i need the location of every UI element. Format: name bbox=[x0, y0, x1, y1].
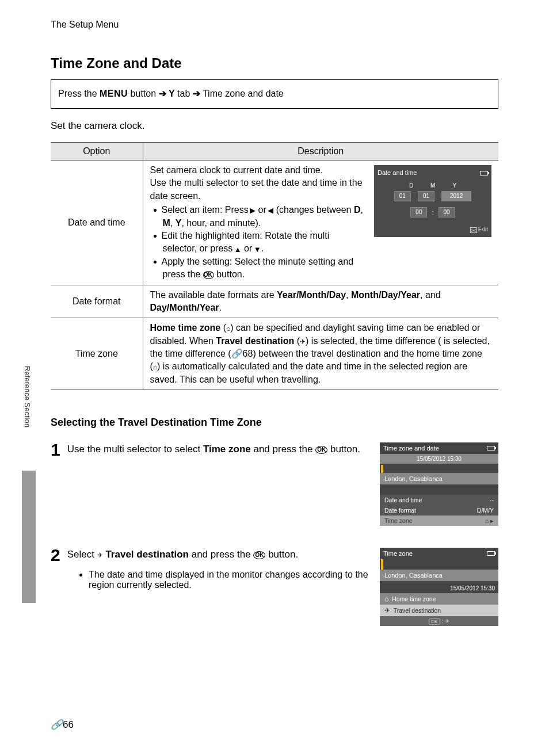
dt-line1: Set camera clock to current date and tim… bbox=[150, 165, 323, 175]
col-description-header: Description bbox=[143, 143, 498, 161]
plane-icon: ✈ bbox=[300, 338, 306, 346]
df-s1: , bbox=[346, 290, 351, 300]
cam1-edit-label: Edit bbox=[478, 226, 488, 232]
s2a: Select bbox=[67, 549, 97, 560]
bullet-edit-item: Edit the highlighted item: Rotate the mu… bbox=[163, 230, 365, 255]
df-tail: . bbox=[219, 303, 222, 312]
dt-line2: Use the multi selector to set the date a… bbox=[150, 178, 363, 200]
link-icon: 🔗 bbox=[231, 349, 243, 358]
page-title: Time Zone and Date bbox=[51, 55, 498, 71]
nav-path-box: Press the MENU button ➔ Y tab ➔ Time zon… bbox=[51, 79, 498, 109]
options-table: Option Description Date and time Set cam… bbox=[51, 142, 498, 390]
page-number-value: 66 bbox=[63, 719, 74, 730]
menu-button-label: MENU bbox=[100, 89, 128, 98]
camera-screen-tz-and-date: Time zone and date 15/05/2012 15:30 Lond… bbox=[380, 442, 498, 526]
s2b: and press the bbox=[189, 549, 253, 560]
tz-t8: ) is automatically calculated and the da… bbox=[150, 361, 468, 384]
date-format-description: The available date formats are Year/Mont… bbox=[143, 285, 498, 318]
d-bold: D bbox=[354, 205, 361, 215]
cam2-date: 15/05/2012 15:30 bbox=[380, 454, 498, 464]
cam1-month-value: 01 bbox=[418, 191, 434, 201]
tz-t2: ( bbox=[220, 323, 226, 333]
cam3-footer: OK : ✈ bbox=[380, 616, 498, 626]
cam2-opt2-val: D/M/Y bbox=[477, 507, 494, 514]
cam1-D: D bbox=[409, 182, 413, 190]
camera-screen-date-time: Date and time D M Y 01 01 2 bbox=[374, 165, 491, 237]
s1c: button. bbox=[327, 444, 360, 455]
side-tab-label: Reference Section bbox=[23, 366, 32, 427]
df-f1: Year/Month/Day bbox=[277, 290, 346, 300]
option-date-format: Date format bbox=[51, 285, 143, 318]
page-number: 🔗66 bbox=[51, 719, 74, 731]
camera-screen-time-zone: Time zone London, Casablanca 15/05/2012 … bbox=[380, 548, 498, 626]
up-icon: ▲ bbox=[235, 246, 242, 253]
b2b: or bbox=[242, 243, 255, 253]
s1-bold: Time zone bbox=[203, 444, 251, 455]
nav-prefix: Press the bbox=[58, 89, 100, 98]
ok-icon: OK bbox=[203, 271, 214, 279]
b1d: , bbox=[360, 205, 363, 215]
b1f: , hour, and minute). bbox=[181, 218, 261, 228]
step2-bullet: The date and time displayed in the monit… bbox=[89, 570, 368, 590]
battery-icon bbox=[487, 446, 495, 450]
b1a: Select an item: Press bbox=[162, 205, 251, 215]
time-zone-description: Home time zone (⌂) can be specified and … bbox=[143, 318, 498, 390]
cam3-opt1: Home time zone bbox=[392, 595, 436, 602]
cam1-M: M bbox=[430, 182, 435, 190]
col-option-header: Option bbox=[51, 143, 143, 161]
s2-bold: Travel destination bbox=[105, 549, 189, 560]
option-date-and-time: Date and time bbox=[51, 161, 143, 285]
nav-tail: Time zone and date bbox=[200, 89, 284, 98]
bullet-apply: Apply the setting: Select the minute set… bbox=[163, 255, 365, 281]
plane-icon: ✈ bbox=[97, 551, 103, 559]
b3a: Apply the setting: Select the minute set… bbox=[162, 257, 354, 279]
step-2-number: 2 bbox=[51, 547, 60, 564]
cam2-opt3: Time zone bbox=[384, 517, 413, 524]
bullet-select-item: Select an item: Press ▶ or ◀ (changes be… bbox=[163, 204, 365, 230]
tz-home-bold: Home time zone bbox=[150, 323, 221, 333]
date-time-description: Set camera clock to current date and tim… bbox=[150, 164, 365, 281]
home-icon: ⌂ bbox=[485, 517, 489, 524]
arrow-icon: ➔ bbox=[159, 89, 166, 98]
nav-mid1: button bbox=[128, 89, 158, 98]
cam2-opt1-val: -- bbox=[490, 497, 494, 503]
right-icon: ▶ bbox=[251, 207, 256, 214]
df-s2: , and bbox=[420, 290, 441, 300]
step-1-number: 1 bbox=[51, 441, 60, 459]
option-time-zone: Time zone bbox=[51, 318, 143, 390]
cam2-opt1: Date and time bbox=[384, 497, 422, 503]
df-f2: Month/Day/Year bbox=[351, 290, 420, 300]
cam3-opt2: Travel destination bbox=[394, 607, 441, 614]
subheading: Selecting the Travel Destination Time Zo… bbox=[51, 417, 498, 429]
step-2: 2 Select ✈ Travel destination and press … bbox=[51, 548, 498, 626]
tz-travel-bold: Travel destination bbox=[216, 336, 294, 346]
b2c: . bbox=[261, 243, 264, 253]
arrow-icon: ➔ bbox=[193, 89, 200, 98]
cam2-opt3-icon: ⌂ ▸ bbox=[485, 517, 494, 524]
step-1: 1 Use the multi selector to select Time … bbox=[51, 442, 498, 526]
side-tab-block bbox=[22, 471, 36, 603]
down-icon: ▼ bbox=[255, 246, 261, 253]
cam1-title: Date and time bbox=[378, 169, 417, 177]
tz-ref: 68 bbox=[243, 349, 253, 358]
cam1-hour-value: 00 bbox=[410, 207, 427, 217]
cam1-Y: Y bbox=[452, 182, 456, 190]
b3b: button. bbox=[214, 269, 245, 279]
cam2-title: Time zone and date bbox=[383, 445, 439, 452]
cam1-minute-value: 00 bbox=[439, 207, 455, 217]
ok-icon: OK bbox=[315, 446, 327, 454]
m-bold: M bbox=[163, 218, 170, 228]
intro-text: Set the camera clock. bbox=[51, 120, 498, 132]
battery-icon bbox=[487, 551, 495, 556]
s2c: button. bbox=[265, 549, 298, 560]
cam3-title: Time zone bbox=[383, 550, 413, 557]
b1c: (changes between bbox=[273, 205, 354, 215]
cam1-day-value: 01 bbox=[394, 191, 411, 201]
home-icon: ⌂ bbox=[384, 595, 388, 603]
s1b: and press the bbox=[251, 444, 315, 455]
wrench-icon: Y bbox=[169, 89, 175, 98]
s1a: Use the multi selector to select bbox=[67, 444, 203, 455]
plane-icon: ✈ bbox=[384, 606, 390, 614]
df-f3: Day/Month/Year bbox=[150, 303, 219, 312]
battery-icon bbox=[480, 171, 488, 175]
